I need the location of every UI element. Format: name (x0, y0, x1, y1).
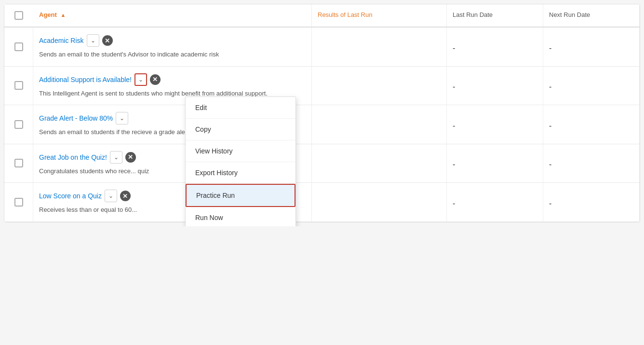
row-checkbox[interactable] (14, 81, 23, 90)
agent-close-button[interactable]: ✕ (102, 35, 113, 46)
table-row: Grade Alert - Below 80% ⌄ Sends an email… (4, 105, 640, 144)
agent-dropdown-button[interactable]: ⌄ (110, 151, 122, 164)
row-checkbox-cell (4, 67, 33, 105)
agent-description: Congratulates students who rece... quiz (39, 166, 149, 176)
dropdown-item-export-history[interactable]: Export History (186, 162, 295, 184)
next-run-date-cell: - (543, 67, 640, 105)
dropdown-menu: Edit Copy View History Export History Pr… (185, 97, 296, 226)
table-row: Great Job on the Quiz! ⌄ ✕ Congratulates… (4, 144, 640, 183)
agent-name-link[interactable]: Grade Alert - Below 80% (39, 114, 113, 122)
agent-close-button[interactable]: ✕ (150, 74, 161, 85)
agent-title-row: Grade Alert - Below 80% ⌄ (39, 112, 128, 124)
agent-title-row: Great Job on the Quiz! ⌄ ✕ (39, 151, 136, 164)
last-run-date-value: - (453, 160, 455, 169)
dropdown-item-run-now[interactable]: Run Now (186, 207, 295, 226)
last-run-date-value: - (453, 44, 455, 53)
next-run-date-header: Next Run Date (543, 4, 640, 27)
agent-title-row: Academic Risk ⌄ ✕ (39, 34, 113, 47)
last-run-date-value: - (453, 199, 455, 208)
last-run-date-cell: - (447, 144, 543, 183)
next-run-date-cell: - (543, 105, 640, 144)
row-checkbox-cell (4, 183, 33, 221)
next-run-date-value: - (549, 83, 551, 91)
agent-title-row: Low Score on a Quiz ⌄ ✕ (39, 190, 131, 202)
last-run-date-cell: - (447, 105, 543, 144)
dropdown-item-view-history[interactable]: View History (186, 140, 295, 162)
table-row: Academic Risk ⌄ ✕ Sends an email to the … (4, 28, 640, 67)
row-checkbox[interactable] (14, 42, 23, 51)
agent-name-link[interactable]: Low Score on a Quiz (39, 192, 102, 200)
table-header: Agent ▲ Results of Last Run Last Run Dat… (4, 4, 640, 28)
results-cell (312, 28, 447, 66)
agent-description: Receives less than or equal to 60... (39, 205, 137, 215)
select-all-checkbox[interactable] (14, 11, 23, 20)
last-run-date-cell: - (447, 67, 543, 105)
table-row: Additional Support is Available! ⌄ ✕ Thi… (4, 67, 640, 106)
agent-dropdown-button[interactable]: ⌄ (134, 73, 147, 86)
row-checkbox-cell (4, 28, 33, 66)
next-run-date-label: Next Run Date (549, 11, 590, 18)
dropdown-item-copy[interactable]: Copy (186, 119, 295, 140)
results-cell (312, 67, 447, 105)
agent-name-link[interactable]: Great Job on the Quiz! (39, 153, 107, 161)
agent-dropdown-button[interactable]: ⌄ (87, 34, 99, 47)
agents-table: Agent ▲ Results of Last Run Last Run Dat… (4, 4, 640, 222)
table-row: Low Score on a Quiz ⌄ ✕ Receives less th… (4, 183, 640, 222)
agent-column-header: Agent ▲ (33, 4, 312, 27)
last-run-date-header: Last Run Date (447, 4, 543, 27)
results-header-label: Results of Last Run (318, 11, 372, 18)
next-run-date-cell: - (543, 183, 640, 221)
last-run-date-value: - (453, 83, 455, 91)
agent-header-label: Agent (39, 11, 57, 18)
agent-dropdown-button[interactable]: ⌄ (105, 190, 117, 202)
next-run-date-value: - (549, 122, 551, 130)
last-run-date-value: - (453, 122, 455, 130)
header-checkbox-cell (4, 4, 33, 27)
next-run-date-value: - (549, 199, 551, 208)
last-run-date-cell: - (447, 28, 543, 66)
agent-dropdown-button[interactable]: ⌄ (116, 112, 128, 124)
row-checkbox[interactable] (14, 159, 23, 167)
agent-close-button[interactable]: ✕ (120, 191, 131, 201)
results-cell (312, 144, 447, 183)
dropdown-item-practice-run[interactable]: Practice Run (186, 184, 295, 207)
agent-cell: Academic Risk ⌄ ✕ Sends an email to the … (33, 28, 312, 66)
agent-name-link[interactable]: Additional Support is Available! (39, 76, 132, 83)
row-checkbox[interactable] (14, 198, 23, 207)
agent-close-button[interactable]: ✕ (125, 152, 136, 163)
results-cell (312, 105, 447, 144)
next-run-date-cell: - (543, 28, 640, 66)
agent-name-link[interactable]: Academic Risk (39, 37, 84, 44)
agent-title-row: Additional Support is Available! ⌄ ✕ (39, 73, 161, 86)
results-cell (312, 183, 447, 221)
next-run-date-cell: - (543, 144, 640, 183)
agent-description: Sends an email to the student's Advisor … (39, 50, 219, 59)
next-run-date-value: - (549, 160, 551, 169)
next-run-date-value: - (549, 44, 551, 53)
last-run-date-label: Last Run Date (453, 11, 493, 18)
last-run-date-cell: - (447, 183, 543, 221)
row-checkbox[interactable] (14, 120, 23, 129)
row-checkbox-cell (4, 105, 33, 144)
results-column-header: Results of Last Run (312, 4, 447, 27)
dropdown-item-edit[interactable]: Edit (186, 97, 295, 119)
sort-arrow-icon[interactable]: ▲ (60, 12, 66, 18)
row-checkbox-cell (4, 144, 33, 183)
